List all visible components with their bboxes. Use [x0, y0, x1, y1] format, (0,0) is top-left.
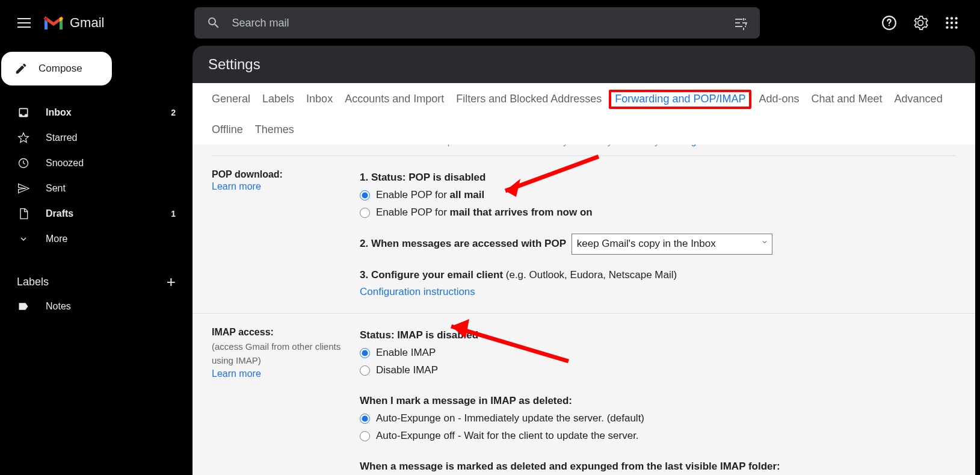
- tab-general[interactable]: General: [212, 93, 250, 105]
- svg-point-3: [955, 17, 957, 19]
- imap-mark-expunged: When a message is marked as deleted and …: [360, 461, 780, 472]
- clock-icon: [17, 157, 30, 170]
- sidebar-item-more[interactable]: More: [6, 226, 186, 252]
- imap-enable-radio[interactable]: Enable IMAP: [360, 344, 956, 362]
- search-options-icon[interactable]: [733, 16, 748, 30]
- sidebar: Compose Inbox 2 Starred Snoozed Sent Dra…: [0, 46, 193, 475]
- svg-point-5: [951, 22, 953, 24]
- pop-when-accessed: 2. When messages are accessed with POP: [360, 238, 566, 249]
- compose-button[interactable]: Compose: [1, 52, 112, 85]
- compose-label: Compose: [39, 63, 82, 75]
- pencil-icon: [14, 62, 28, 75]
- pop-enable-all-radio[interactable]: Enable POP for all mail: [360, 187, 956, 204]
- search-input[interactable]: [232, 17, 733, 29]
- settings-icon[interactable]: [913, 15, 928, 31]
- svg-point-9: [955, 26, 957, 28]
- star-icon: [17, 131, 30, 144]
- sidebar-item-snoozed[interactable]: Snoozed: [6, 151, 186, 176]
- chevron-down-icon: [761, 238, 768, 246]
- settings-content: Tip: You can also forward only some of y…: [193, 144, 975, 475]
- sidebar-item-drafts[interactable]: Drafts 1: [6, 201, 186, 226]
- search-icon[interactable]: [206, 16, 232, 30]
- apps-icon[interactable]: [944, 15, 960, 31]
- tab-offline[interactable]: Offline: [212, 123, 243, 136]
- settings-tabs: GeneralLabelsInboxAccounts and ImportFil…: [193, 83, 975, 144]
- inbox-icon: [17, 106, 30, 119]
- tip-line: Tip: You can also forward only some of y…: [212, 144, 956, 156]
- gmail-m-icon: [43, 15, 64, 31]
- sidebar-item-starred[interactable]: Starred: [6, 125, 186, 151]
- tab-add-ons[interactable]: Add-ons: [759, 93, 799, 105]
- label-icon: [17, 300, 30, 313]
- svg-point-7: [946, 26, 948, 28]
- chevron-down-icon: [17, 232, 30, 246]
- pop-status: 1. Status: POP is disabled: [360, 172, 485, 183]
- sidebar-item-sent[interactable]: Sent: [6, 176, 186, 201]
- pop-learn-more-link[interactable]: Learn more: [212, 181, 261, 192]
- imap-mark-deleted: When I mark a message in IMAP as deleted…: [360, 395, 572, 406]
- expunge-on-radio[interactable]: Auto-Expunge on - Immediately update the…: [360, 410, 956, 427]
- expunge-off-radio[interactable]: Auto-Expunge off - Wait for the client t…: [360, 427, 956, 445]
- tab-forwarding-and-pop-imap[interactable]: Forwarding and POP/IMAP: [614, 93, 747, 105]
- imap-title: IMAP access:: [212, 327, 360, 338]
- sidebar-item-inbox[interactable]: Inbox 2: [6, 100, 186, 125]
- tab-themes[interactable]: Themes: [255, 123, 294, 136]
- sidebar-item-notes[interactable]: Notes: [6, 294, 186, 319]
- svg-point-6: [955, 22, 957, 24]
- help-icon[interactable]: [881, 15, 897, 31]
- pop-section: POP download: Learn more 1. Status: POP …: [193, 156, 975, 314]
- add-label-icon[interactable]: +: [167, 273, 176, 291]
- svg-point-4: [946, 22, 948, 24]
- tab-filters-and-blocked-addresses[interactable]: Filters and Blocked Addresses: [456, 93, 602, 105]
- svg-point-8: [951, 26, 953, 28]
- send-icon: [17, 182, 30, 195]
- settings-title: Settings: [193, 46, 975, 83]
- svg-point-2: [951, 17, 953, 19]
- labels-header: Labels: [17, 276, 49, 288]
- app-name: Gmail: [70, 15, 104, 31]
- tab-labels[interactable]: Labels: [262, 93, 294, 105]
- pop-config-link[interactable]: Configuration instructions: [360, 286, 475, 297]
- menu-icon[interactable]: [10, 8, 39, 37]
- file-icon: [17, 207, 30, 220]
- imap-section: IMAP access: (access Gmail from other cl…: [193, 314, 975, 475]
- pop-action-select[interactable]: keep Gmail's copy in the Inbox: [572, 234, 772, 255]
- pop-enable-new-radio[interactable]: Enable POP for mail that arrives from no…: [360, 204, 956, 222]
- imap-learn-more-link[interactable]: Learn more: [212, 368, 261, 379]
- tab-inbox[interactable]: Inbox: [306, 93, 333, 105]
- svg-point-1: [946, 17, 948, 19]
- gmail-logo[interactable]: Gmail: [43, 15, 104, 31]
- tab-advanced[interactable]: Advanced: [895, 93, 943, 105]
- imap-disable-radio[interactable]: Disable IMAP: [360, 362, 956, 379]
- imap-subtitle: (access Gmail from other clients using I…: [212, 340, 360, 367]
- search-bar[interactable]: [194, 7, 760, 39]
- imap-status: Status: IMAP is disabled: [360, 329, 478, 341]
- creating-filter-link[interactable]: creating a filter!: [662, 144, 727, 146]
- tab-chat-and-meet[interactable]: Chat and Meet: [812, 93, 883, 105]
- tab-accounts-and-import[interactable]: Accounts and Import: [345, 93, 444, 105]
- pop-title: POP download:: [212, 169, 360, 180]
